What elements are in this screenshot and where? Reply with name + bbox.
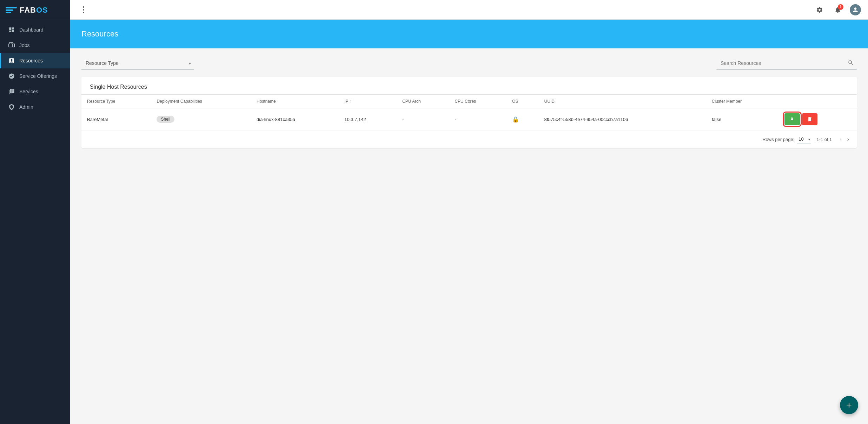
sidebar-item-admin[interactable]: Admin [0,99,70,115]
th-ip[interactable]: IP ↑ [339,95,397,108]
action-buttons [784,113,851,125]
sidebar-item-jobs-label: Jobs [19,42,30,48]
logo-icon [6,6,17,14]
th-uuid: UUID [539,95,706,108]
os-lock-icon: 🔒 [512,116,519,122]
service-offerings-icon [8,73,15,80]
page-header: Resources [70,20,868,48]
menu-dot-2 [83,9,84,11]
th-cpu-arch: CPU Arch [397,95,449,108]
sidebar-item-services-label: Services [19,89,38,94]
cell-uuid: 8f575c4f-558b-4e74-954a-00cccb7a1106 [539,108,706,130]
search-resources-wrapper [716,57,857,70]
cell-cpu-cores: - [449,108,506,130]
th-hostname: Hostname [251,95,339,108]
user-avatar-button[interactable] [850,4,861,15]
cell-ip: 10.3.7.142 [339,108,397,130]
table-row: BareMetal Shell dia-linux-881ca35a 10.3.… [81,108,857,130]
resource-type-select-wrapper: Resource Type ▾ [81,57,194,70]
cell-hostname: dia-linux-881ca35a [251,108,339,130]
rows-per-page: Rows per page: 10 25 50 [762,135,811,143]
cell-os: 🔒 [506,108,539,130]
logo-os: OS [36,6,48,14]
cell-deployment-capabilities: Shell [151,108,251,130]
rows-select-wrapper: 10 25 50 [797,135,811,143]
content-area: Resource Type ▾ Single Host Resources [70,48,868,156]
cell-actions [779,108,857,130]
sidebar-item-dashboard[interactable]: Dashboard [0,22,70,38]
page-title: Resources [81,29,857,39]
th-resource-type: Resource Type [81,95,151,108]
notification-badge: 1 [838,4,843,10]
resources-table: Resource Type Deployment Capabilities Ho… [81,94,857,130]
topbar-left [77,4,90,16]
sidebar-item-admin-label: Admin [19,104,33,110]
logo: FABOS [0,0,70,19]
rows-per-page-select[interactable]: 10 25 50 [797,135,811,143]
menu-dot-3 [83,12,84,13]
filter-bar: Resource Type ▾ [81,57,857,70]
logo-fab: FAB [20,6,36,14]
cell-resource-type: BareMetal [81,108,151,130]
menu-button[interactable] [77,4,90,16]
notifications-icon-button[interactable]: 1 [831,4,844,16]
search-icon[interactable] [848,60,854,67]
pagination-row: Rows per page: 10 25 50 1-1 of 1 ‹ › [81,130,857,148]
th-cpu-cores: CPU Cores [449,95,506,108]
resource-type-select[interactable]: Resource Type [81,57,194,70]
resources-icon [8,57,15,64]
table-section-title: Single Host Resources [81,77,857,94]
delete-button[interactable] [802,113,817,125]
logo-bar-1 [6,7,17,8]
topbar-right: 1 [813,4,861,16]
th-actions [779,95,857,108]
logo-bar-2 [6,9,13,11]
sidebar-item-jobs[interactable]: Jobs [0,38,70,53]
services-icon [8,88,15,95]
sidebar: FABOS Dashboard Jobs Resources Ser [0,0,70,424]
table-header-row: Resource Type Deployment Capabilities Ho… [81,95,857,108]
sidebar-item-resources[interactable]: Resources [0,53,70,68]
deploy-button[interactable] [784,113,800,125]
admin-icon [8,103,15,110]
main-area: 1 Resources Resource Type ▾ [70,0,868,424]
next-page-button[interactable]: › [845,135,851,144]
search-resources-input[interactable] [716,57,857,70]
th-os: OS [506,95,539,108]
dashboard-icon [8,26,15,33]
logo-bar-3 [6,12,11,13]
topbar: 1 [70,0,868,20]
logo-text: FABOS [20,6,48,15]
sidebar-item-service-offerings[interactable]: Service Offerings [0,68,70,84]
page-nav: ‹ › [837,135,851,144]
th-deployment-capabilities: Deployment Capabilities [151,95,251,108]
cell-cpu-arch: - [397,108,449,130]
add-resource-fab[interactable]: + [840,396,858,414]
resources-table-card: Single Host Resources Resource Type Depl… [81,77,857,148]
prev-page-button[interactable]: ‹ [837,135,843,144]
deployment-capability-tag: Shell [157,116,174,123]
page-content: Resources Resource Type ▾ [70,20,868,424]
settings-icon-button[interactable] [813,4,826,16]
sidebar-item-dashboard-label: Dashboard [19,27,44,33]
sort-asc-icon: ↑ [350,99,352,104]
sidebar-nav: Dashboard Jobs Resources Service Offerin… [0,19,70,424]
jobs-icon [8,42,15,49]
page-info: 1-1 of 1 [816,137,832,142]
sidebar-item-services[interactable]: Services [0,84,70,99]
menu-dot-1 [83,6,84,8]
sidebar-item-service-offerings-label: Service Offerings [19,73,57,79]
th-cluster-member: Cluster Member [706,95,779,108]
rows-per-page-label: Rows per page: [762,137,794,142]
cell-cluster-member: false [706,108,779,130]
sidebar-item-resources-label: Resources [19,58,43,63]
